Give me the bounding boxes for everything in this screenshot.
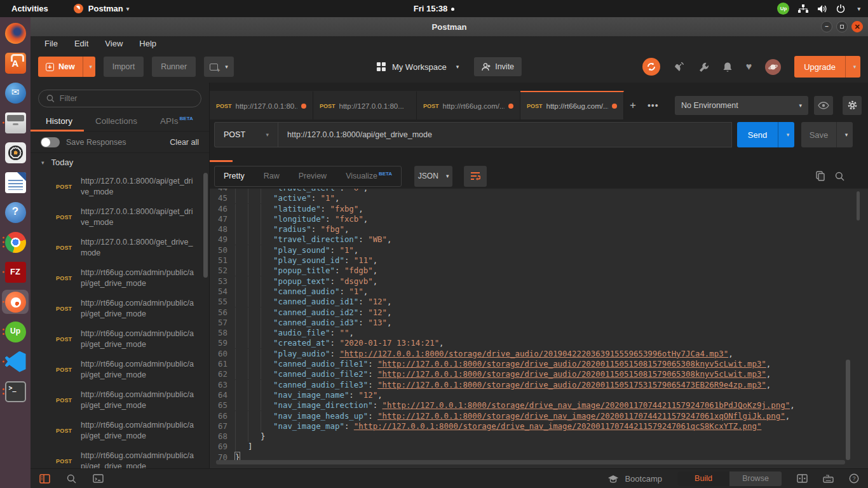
upwork-tray-icon[interactable]: Up [777, 3, 789, 15]
toggle-sidebar-button[interactable] [39, 474, 50, 484]
tab-options-button[interactable]: ••• [642, 91, 665, 119]
send-button[interactable]: Send [737, 122, 778, 147]
clock[interactable]: Fri 15:38 [0, 4, 868, 13]
dock-item-filezilla[interactable] [2, 260, 29, 284]
format-selector[interactable]: JSON ▾ [414, 166, 452, 187]
runner-button[interactable]: Runner [152, 57, 196, 77]
volume-icon[interactable] [817, 4, 827, 13]
request-tab[interactable]: POST http://127.0.0.1:80... [210, 91, 313, 119]
response-view-tab[interactable]: Preview [290, 166, 337, 186]
maximize-button[interactable] [836, 21, 848, 32]
avatar[interactable] [765, 59, 781, 75]
save-dropdown[interactable]: ▾ [836, 122, 853, 147]
dock-item-chrome[interactable] [2, 230, 29, 254]
code-vertical-scrollbar[interactable] [846, 360, 850, 460]
code-horizontal-scrollbar[interactable] [216, 460, 845, 464]
console-button[interactable] [93, 474, 104, 483]
activities-button[interactable]: Activities [0, 0, 60, 17]
history-item[interactable]: POST http://rt66ug.com/admin/public/api/… [31, 294, 209, 324]
history-item[interactable]: POST http://rt66ug.com/admin/public/api/… [31, 324, 209, 355]
dock-item-terminal[interactable] [2, 379, 29, 403]
heart-icon[interactable]: ♥ [746, 61, 752, 72]
power-icon[interactable] [836, 4, 845, 13]
dock-item-postman[interactable] [2, 290, 29, 314]
dock-item-ubuntu-software[interactable] [2, 51, 29, 75]
menu-item[interactable]: File [37, 37, 65, 50]
upgrade-button[interactable]: Upgrade [794, 56, 845, 78]
new-tab-button[interactable]: + [624, 91, 642, 119]
close-button[interactable]: ✕ [851, 21, 863, 32]
wrap-text-button[interactable] [464, 166, 487, 187]
dock-item-vscode[interactable] [2, 349, 29, 374]
two-pane-view-button[interactable] [797, 474, 808, 483]
copy-icon[interactable] [816, 171, 825, 181]
environment-selector[interactable]: No Environment ▾ [675, 96, 808, 115]
shortcuts-button[interactable] [823, 475, 834, 483]
save-responses-toggle[interactable] [41, 137, 60, 147]
response-view-tab[interactable]: Pretty [215, 166, 255, 186]
menu-item[interactable]: Edit [67, 37, 96, 50]
history-item[interactable]: POST http://127.0.0.1:8000/get_drive_mod… [31, 233, 209, 263]
wrench-icon[interactable] [698, 62, 709, 72]
new-window-button[interactable]: ▾ [204, 57, 234, 77]
sidebar-tab[interactable]: Collections [95, 116, 146, 132]
search-icon[interactable] [835, 172, 844, 181]
build-tab[interactable]: Build [677, 471, 729, 486]
dock-item-thunderbird[interactable] [2, 81, 29, 105]
response-view-tab[interactable]: VisualizeBETA [337, 166, 401, 186]
import-button[interactable]: Import [104, 57, 144, 77]
dock-item-firefox[interactable] [2, 21, 29, 45]
filter-input[interactable] [60, 94, 193, 103]
send-dropdown[interactable]: ▾ [778, 122, 794, 147]
history-item[interactable]: POST http://rt66ug.com/admin/public/api/… [31, 355, 209, 385]
chevron-down-icon[interactable]: ▾ [857, 6, 860, 12]
dock-item-rhythmbox[interactable] [2, 140, 29, 165]
new-dropdown[interactable]: ▾ [83, 57, 95, 77]
postman-window: Postman – ✕ FileEditViewHelp + New ▾ Imp… [31, 17, 868, 488]
dock-item-help[interactable] [2, 200, 29, 224]
chevron-down-icon[interactable]: ▾ [456, 64, 459, 70]
find-button[interactable] [67, 474, 76, 484]
minimize-button[interactable]: – [821, 21, 832, 32]
upgrade-dropdown[interactable]: ▾ [845, 56, 860, 78]
wrap-text-icon [470, 172, 480, 180]
bootcamp-button[interactable]: Bootcamp [607, 474, 662, 484]
browse-tab[interactable]: Browse [729, 471, 782, 486]
bell-icon[interactable] [722, 62, 733, 72]
pane-scrollbar[interactable] [857, 191, 860, 220]
history-item[interactable]: POST http://rt66ug.com/admin/public/api/… [31, 385, 209, 416]
request-tab[interactable]: POST http://rt66ug.com/... [520, 91, 624, 119]
history-group-header[interactable]: ▾ Today [31, 153, 209, 172]
clear-all-link[interactable]: Clear all [170, 138, 199, 147]
history-list: POST http://127.0.0.1:8000/api/get_drive… [31, 172, 209, 468]
workspace-selector[interactable]: My Workspace [392, 62, 447, 72]
invite-button[interactable]: Invite [474, 57, 522, 76]
dock-item-upwork[interactable] [2, 320, 29, 344]
sidebar-tab[interactable]: History [46, 116, 81, 132]
method-selector[interactable]: POST ▾ [214, 122, 278, 147]
history-item[interactable]: POST http://rt66ug.com/admin/public/api/… [31, 446, 209, 468]
settings-button[interactable] [843, 96, 862, 115]
satellite-icon[interactable] [674, 62, 685, 72]
response-view-tab[interactable]: Raw [255, 166, 290, 186]
new-button[interactable]: + New [38, 57, 83, 77]
history-item[interactable]: POST http://rt66ug.com/admin/public/api/… [31, 416, 209, 446]
sidebar-tab[interactable]: APIsBETA [160, 116, 201, 132]
app-menu-label[interactable]: Postman [88, 4, 123, 13]
history-item[interactable]: POST http://127.0.0.1:8000/api/get_drive… [31, 172, 209, 202]
sync-button[interactable] [642, 58, 660, 76]
url-input[interactable] [278, 122, 732, 147]
help-button[interactable]: ? [849, 473, 859, 484]
request-tab[interactable]: POST http://rt66ug.com/... [417, 91, 520, 119]
dock-item-archive[interactable] [2, 111, 29, 135]
request-tab[interactable]: POST http://127.0.0.1:80... [313, 91, 417, 119]
save-button[interactable]: Save [801, 122, 836, 147]
history-item[interactable]: POST http://rt66ug.com/admin/public/api/… [31, 263, 209, 294]
environment-quick-look-button[interactable] [814, 96, 833, 115]
menu-item[interactable]: Help [132, 37, 164, 50]
dock-item-writer[interactable] [2, 170, 29, 194]
sidebar-scrollbar[interactable] [203, 173, 208, 278]
menu-item[interactable]: View [97, 37, 130, 50]
history-item[interactable]: POST http://127.0.0.1:8000/api/get_drive… [31, 202, 209, 233]
network-icon[interactable] [798, 4, 808, 13]
